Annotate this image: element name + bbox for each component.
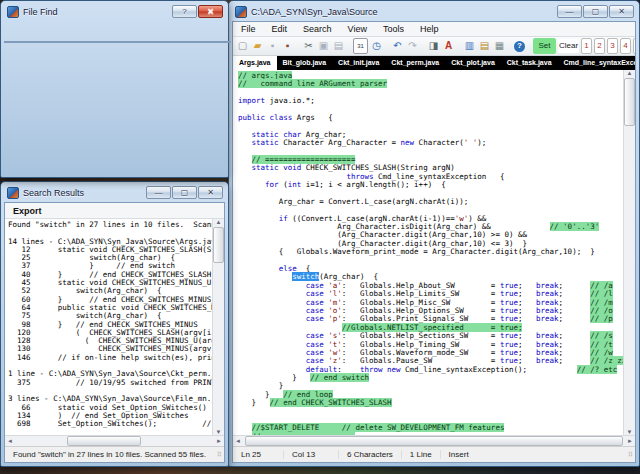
editor-titlebar[interactable]: C:\ADA_SYN\Syn_Java\Source — ▢ ✕ [229, 1, 639, 21]
code-line: } // end switch [238, 374, 623, 382]
bookmark-4-button[interactable]: 4 [620, 38, 631, 54]
code-line [238, 408, 623, 416]
help-titlebar-button[interactable]: ? [172, 5, 197, 18]
editor-title: C:\ADA_SYN\Syn_Java\Source [251, 7, 378, 17]
scroll-up-icon[interactable]: ▲ [627, 70, 633, 76]
cut-icon[interactable]: ✂ [302, 39, 315, 53]
maximize-button[interactable]: ▢ [583, 5, 608, 18]
code-line: static Character Arg_Character = new Cha… [238, 139, 623, 147]
editor-app-icon [235, 6, 247, 18]
close-button[interactable]: ✕ [198, 186, 223, 199]
notes-icon[interactable]: ▤ [478, 39, 491, 53]
tab-Cmd_line_syntaxExceptio[interactable]: Cmd_line_syntaxExceptio [558, 56, 635, 70]
status-selection-lines: 1 Line [402, 450, 441, 459]
new-file-icon[interactable]: ▢ [236, 39, 249, 53]
minimize-button[interactable]: — [146, 186, 171, 199]
code-line: import java.io.*; [238, 97, 623, 105]
menu-file[interactable]: File [233, 24, 264, 34]
select-column-icon[interactable]: ◨ [427, 39, 440, 53]
tab-Ckt_perm.java[interactable]: Ckt_perm.java [385, 56, 445, 70]
file-find-dialog: File Find ? ✕ File Find Text to Find swi… [0, 0, 229, 178]
find-titlebar[interactable]: File Find ? ✕ [1, 1, 228, 21]
bookmark-1-button[interactable]: 1 [581, 38, 592, 54]
open-folder-icon[interactable]: ▰ [251, 39, 264, 53]
status-insert-mode: Insert [441, 450, 477, 459]
scroll-right-icon[interactable]: ► [625, 438, 635, 444]
tab-Args.java[interactable]: Args.java [233, 56, 277, 70]
undo-icon[interactable]: ↶ [391, 39, 404, 53]
export-menu[interactable]: Export [5, 206, 50, 216]
results-menubar: Export [5, 203, 224, 219]
close-button[interactable]: ✕ [609, 5, 634, 18]
status-line: Ln 25 [233, 450, 284, 459]
chart-icon[interactable]: ▥ [463, 39, 476, 53]
result-line[interactable]: 698 Set_Option_SWitches(); // S. [8, 420, 212, 428]
tab-Bit_glob.java[interactable]: Bit_glob.java [277, 56, 333, 70]
results-status-text: Found "switch" in 27 lines in 10 files. … [5, 450, 214, 459]
resize-grip[interactable]: ⠿ [217, 451, 224, 459]
menu-search[interactable]: Search [295, 24, 340, 34]
results-window-icon [7, 187, 19, 199]
result-line[interactable]: 375 // 10/19/95 switched from PRINT to [8, 379, 212, 387]
editor-statusbar: Ln 25 Col 13 6 Characters 1 Line Insert … [233, 446, 635, 462]
menu-help[interactable]: Help [412, 24, 447, 34]
editor-window: C:\ADA_SYN\Syn_Java\Source — ▢ ✕ FileEdi… [228, 0, 640, 467]
menu-view[interactable]: View [340, 24, 375, 34]
results-horizontal-scrollbar[interactable]: ◄ ► [5, 435, 224, 446]
find-dialog-icon [7, 6, 19, 18]
result-line[interactable]: 146 // if on-line help switch(es), print… [8, 354, 212, 362]
result-line[interactable] [8, 428, 212, 435]
code-line: } // end CHECK_SWITCHES_SLASH [238, 399, 623, 407]
results-statusbar: Found "switch" in 27 lines in 10 files. … [5, 446, 224, 462]
results-vertical-scrollbar[interactable]: ▲ ▼ [212, 219, 224, 435]
editor-horizontal-scrollbar[interactable]: ◄ ► [233, 435, 635, 446]
scroll-left-icon[interactable]: ◄ [5, 438, 15, 444]
menu-edit[interactable]: Edit [264, 24, 296, 34]
editor-tabbar: Args.javaBit_glob.javaCkt_init.javaCkt_p… [233, 56, 635, 70]
tab-Ckt_init.java[interactable]: Ckt_init.java [332, 56, 385, 70]
font-map-icon[interactable]: A [442, 39, 455, 53]
redo-icon[interactable]: ↷ [406, 39, 419, 53]
vertical-scroll-thumb[interactable] [213, 227, 224, 263]
code-area[interactable]: // args.java// command line ARGument par… [233, 70, 623, 435]
calendar-icon[interactable]: 31 [353, 38, 368, 54]
bookmark-2-button[interactable]: 2 [594, 38, 605, 54]
find-dialog-title: File Find [23, 7, 58, 17]
code-line: public class Args { [238, 114, 623, 122]
help-icon[interactable]: ? [514, 41, 525, 52]
editor-toolbar: ▢▰▪▪✂▣▤31◷↶↷◨A▥▤▦?SetClear123456X» [233, 37, 635, 56]
print-icon[interactable]: ▦ [493, 39, 506, 53]
horizontal-scroll-thumb[interactable] [67, 436, 141, 446]
scroll-right-icon[interactable]: ► [214, 438, 224, 444]
scroll-left-icon[interactable]: ◄ [233, 438, 243, 444]
tab-Ckt_plot.java[interactable]: Ckt_plot.java [445, 56, 501, 70]
set-bookmark-button[interactable]: Set [533, 38, 556, 54]
tab-Ckt_task.java[interactable]: Ckt_task.java [501, 56, 558, 70]
status-col: Col 13 [284, 450, 339, 459]
results-titlebar[interactable]: Search Results — ▢ ✕ [1, 182, 228, 202]
results-title: Search Results [23, 188, 84, 198]
copy-icon[interactable]: ▣ [317, 39, 330, 53]
search-results-window: Search Results — ▢ ✕ Export Found "switc… [0, 181, 229, 467]
maximize-button[interactable]: ▢ [172, 186, 197, 199]
horizontal-scroll-thumb[interactable] [245, 436, 623, 446]
clock-icon[interactable]: ◷ [370, 39, 383, 53]
minimize-button[interactable]: — [557, 5, 582, 18]
find-close-button[interactable]: ✕ [198, 5, 223, 18]
scroll-up-icon[interactable]: ▲ [216, 219, 222, 225]
resize-grip[interactable]: ⠿ [628, 451, 635, 459]
bookmark-5-button[interactable]: 5 [633, 38, 635, 54]
vertical-scroll-thumb[interactable] [624, 78, 635, 126]
code-line: Arg_char = Convert.L_case(argN.charAt(i)… [238, 198, 623, 206]
paste-icon[interactable]: ▤ [332, 39, 345, 53]
editor-vertical-scrollbar[interactable]: ▲ ▼ [623, 70, 635, 435]
menu-tools[interactable]: Tools [375, 24, 412, 34]
bookmark-3-button[interactable]: 3 [607, 38, 618, 54]
code-line: { Globals.Waveform_print_mode = Arg_Char… [238, 248, 623, 256]
result-line[interactable]: Found "switch" in 27 lines in 10 files. … [8, 221, 212, 229]
save-icon[interactable]: ▪ [266, 39, 279, 53]
save-all-icon[interactable]: ▪ [281, 39, 294, 53]
code-line: for (int i=1; i < argN.length(); i++) { [238, 181, 623, 189]
clear-bookmark-button[interactable]: Clear [558, 39, 579, 53]
results-list[interactable]: Found "switch" in 27 lines in 10 files. … [5, 219, 212, 435]
